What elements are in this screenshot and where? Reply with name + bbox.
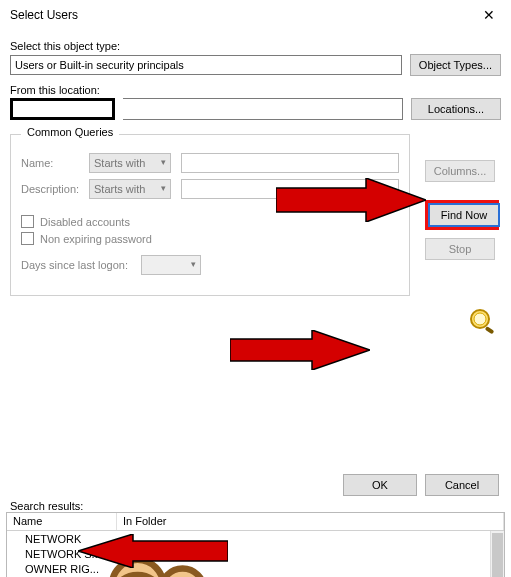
col-folder-header[interactable]: In Folder bbox=[117, 513, 504, 530]
svg-marker-4 bbox=[230, 330, 370, 370]
col-name-header[interactable]: Name bbox=[7, 513, 117, 530]
group-icon bbox=[9, 547, 23, 561]
days-combo[interactable]: ▾ bbox=[141, 255, 201, 275]
days-since-label: Days since last logon: bbox=[21, 259, 141, 271]
titlebar: Select Users ✕ bbox=[0, 0, 511, 30]
scrollbar-thumb[interactable] bbox=[492, 533, 503, 577]
chevron-down-icon: ▾ bbox=[161, 157, 166, 167]
description-input[interactable] bbox=[181, 179, 399, 199]
non-expiring-check[interactable]: Non expiring password bbox=[21, 232, 399, 245]
close-button[interactable]: ✕ bbox=[466, 0, 511, 30]
disabled-accounts-check[interactable]: Disabled accounts bbox=[21, 215, 399, 228]
name-input[interactable] bbox=[181, 153, 399, 173]
cancel-button[interactable]: Cancel bbox=[425, 474, 499, 496]
stop-button[interactable]: Stop bbox=[425, 238, 495, 260]
non-expiring-label: Non expiring password bbox=[40, 233, 152, 245]
checkbox-icon bbox=[21, 232, 34, 245]
object-type-field[interactable] bbox=[10, 55, 402, 75]
annotation-arrow bbox=[230, 330, 370, 370]
group-icon bbox=[9, 562, 23, 576]
table-row[interactable]: OWNER RIG... bbox=[7, 561, 490, 576]
from-location-label: From this location: bbox=[10, 84, 501, 96]
locations-button[interactable]: Locations... bbox=[411, 98, 501, 120]
common-queries-legend: Common Queries bbox=[21, 126, 119, 138]
table-row[interactable]: NETWORK bbox=[7, 531, 490, 546]
object-types-button[interactable]: Object Types... bbox=[410, 54, 501, 76]
name-label: Name: bbox=[21, 157, 89, 169]
table-row[interactable]: NETWORK S... bbox=[7, 546, 490, 561]
find-now-highlight: Find Now bbox=[425, 200, 499, 230]
grid-header: Name In Folder bbox=[7, 513, 504, 531]
group-icon bbox=[9, 532, 23, 546]
search-icon bbox=[467, 308, 499, 336]
svg-point-1 bbox=[474, 313, 486, 325]
svg-rect-2 bbox=[485, 326, 495, 334]
location-field-redacted[interactable] bbox=[10, 98, 115, 120]
location-field[interactable] bbox=[123, 98, 403, 120]
close-icon: ✕ bbox=[483, 7, 495, 23]
results-grid[interactable]: Name In Folder NETWORKNETWORK S...OWNER … bbox=[6, 512, 505, 577]
chevron-down-icon: ▾ bbox=[161, 183, 166, 193]
chevron-down-icon: ▾ bbox=[191, 259, 196, 269]
desc-mode-value: Starts with bbox=[94, 183, 145, 195]
name-mode-combo[interactable]: Starts with ▾ bbox=[89, 153, 171, 173]
vertical-scrollbar[interactable] bbox=[490, 531, 504, 577]
ok-button[interactable]: OK bbox=[343, 474, 417, 496]
window-title: Select Users bbox=[10, 8, 78, 22]
common-queries-group: Common Queries Name: Starts with ▾ Descr… bbox=[10, 134, 410, 296]
find-now-button[interactable]: Find Now bbox=[429, 204, 499, 226]
description-label: Description: bbox=[21, 183, 89, 195]
disabled-accounts-label: Disabled accounts bbox=[40, 216, 130, 228]
checkbox-icon bbox=[21, 215, 34, 228]
columns-button[interactable]: Columns... bbox=[425, 160, 495, 182]
object-type-label: Select this object type: bbox=[10, 40, 501, 52]
name-mode-value: Starts with bbox=[94, 157, 145, 169]
desc-mode-combo[interactable]: Starts with ▾ bbox=[89, 179, 171, 199]
